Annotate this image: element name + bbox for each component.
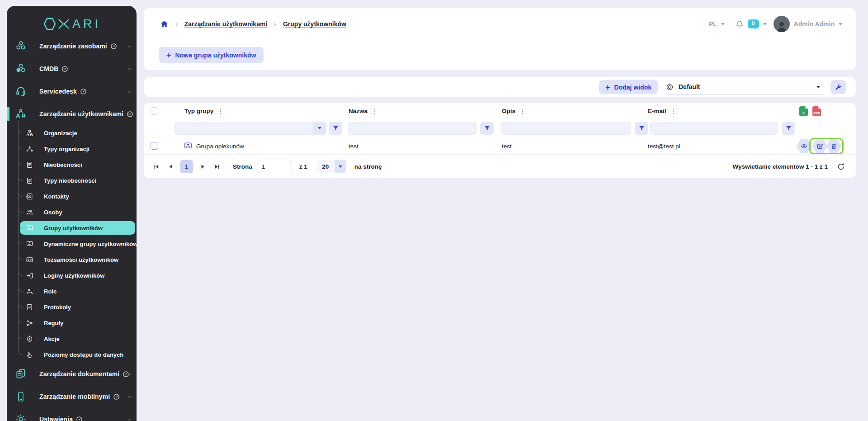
- table-header-row: Typ grupy ⋮ Nazwa ⋮ Opis ⋮ E-mail ⋮ X PD…: [144, 103, 856, 119]
- sidebar-item-label: Zarządzanie zasobami: [39, 43, 107, 50]
- brand-logo[interactable]: ARI: [7, 6, 137, 35]
- last-page-icon[interactable]: [212, 161, 222, 171]
- column-menu-icon[interactable]: ⋮: [217, 108, 224, 115]
- breadcrumb-link-user-groups[interactable]: Grupy użytkowników: [283, 20, 346, 28]
- column-header-typ-grupy[interactable]: Typ grupy ⋮: [184, 103, 224, 119]
- chevron-down-icon[interactable]: [127, 43, 132, 49]
- sidebar: ARI Zarządzanie zasobamiCMDBServicedeskZ…: [7, 6, 137, 421]
- protocol-icon: [25, 303, 34, 312]
- sidebar-item-assets[interactable]: Zarządzanie zasobami: [7, 35, 137, 57]
- column-menu-icon[interactable]: ⋮: [372, 108, 378, 115]
- screen-users-icon: [184, 142, 193, 151]
- new-user-group-button[interactable]: + Nowa grupa użytkowników: [159, 47, 264, 63]
- book-icon: [25, 176, 34, 185]
- screen-users-icon: [25, 224, 34, 232]
- chevron-down-icon[interactable]: [127, 89, 132, 95]
- user-menu[interactable]: Admin Admin: [794, 20, 835, 28]
- tree-connector: [18, 238, 23, 244]
- column-menu-icon[interactable]: ⋮: [519, 108, 526, 115]
- sidebar-item-data-access-levels[interactable]: Poziomy dostępu do danych: [7, 347, 137, 363]
- tree-connector: [18, 159, 23, 165]
- sidebar-item-user-logins[interactable]: Loginy użytkowników: [7, 268, 137, 284]
- edit-row-button[interactable]: [812, 139, 827, 153]
- sidebar-item-organizations[interactable]: Organizacje: [7, 125, 137, 141]
- funnel-icon[interactable]: [329, 122, 342, 135]
- table-row[interactable]: Grupa opiekunów test test test@test.pl: [144, 137, 856, 154]
- funnel-icon[interactable]: [782, 122, 795, 135]
- column-menu-icon[interactable]: ⋮: [670, 108, 677, 115]
- sidebar-item-cmdb[interactable]: CMDB: [7, 57, 137, 80]
- bezier-nodes-icon: [25, 145, 34, 153]
- wrench-icon[interactable]: [830, 80, 846, 94]
- chevron-down-icon[interactable]: [127, 66, 132, 72]
- sidebar-item-absence-types[interactable]: Typy nieobecności: [7, 173, 137, 189]
- sidebar-item-persons[interactable]: Osoby: [7, 204, 137, 220]
- sidebar-item-label: Organizacje: [44, 130, 77, 137]
- sidebar-item-protocols[interactable]: Protokoły: [7, 299, 137, 315]
- first-page-icon[interactable]: [151, 161, 161, 171]
- avatar[interactable]: [774, 16, 790, 32]
- sidebar-item-absences[interactable]: Nieobecności: [7, 157, 137, 173]
- sidebar-item-dynamic-user-groups[interactable]: Dynamiczne grupy użytkowników: [7, 236, 137, 252]
- chevron-up-icon[interactable]: [127, 111, 132, 117]
- page-number-button[interactable]: 1: [180, 160, 193, 173]
- column-header-email[interactable]: E-mail ⋮: [648, 103, 677, 119]
- language-selector[interactable]: PL: [709, 20, 717, 28]
- add-view-button[interactable]: + Dodaj widok: [599, 80, 658, 94]
- notification-badge[interactable]: 0: [748, 19, 759, 28]
- chevron-down-icon[interactable]: [721, 23, 725, 25]
- sidebar-item-organization-types[interactable]: Typy organizacji: [7, 141, 137, 157]
- tree-connector: [18, 333, 23, 339]
- sidebar-item-mobile-management[interactable]: Zarządzanie mobilnymi: [7, 385, 137, 408]
- chevron-down-icon: [335, 160, 346, 173]
- chevron-down-icon[interactable]: [127, 394, 132, 400]
- column-header-nazwa[interactable]: Nazwa ⋮: [349, 103, 378, 119]
- sidebar-item-label: Tożsamości użytkowników: [44, 256, 118, 263]
- sidebar-item-document-management[interactable]: Zarządzanie dokumentami: [7, 363, 137, 385]
- previous-page-icon[interactable]: [165, 161, 175, 171]
- sidebar-item-user-groups[interactable]: Grupy użytkowników: [7, 220, 137, 236]
- chevron-down-icon[interactable]: [839, 23, 842, 25]
- sidebar-item-label: Grupy użytkowników: [44, 225, 103, 232]
- filter-dropdown-toggle[interactable]: [313, 122, 326, 134]
- bell-icon[interactable]: [736, 20, 744, 28]
- sidebar-item-contacts[interactable]: Kontakty: [7, 189, 137, 204]
- column-header-opis[interactable]: Opis ⋮: [502, 103, 526, 119]
- sidebar-item-user-management[interactable]: Zarządzanie użytkownikami: [7, 103, 137, 125]
- view-selector[interactable]: Default: [665, 80, 824, 95]
- export-excel-icon[interactable]: X: [799, 106, 808, 116]
- row-checkbox[interactable]: [151, 142, 158, 150]
- chevron-down-icon[interactable]: [127, 416, 132, 421]
- headset-icon: [14, 85, 28, 98]
- breadcrumb-link-user-management[interactable]: Zarządzanie użytkownikami: [184, 20, 268, 28]
- sidebar-item-rules[interactable]: Reguły: [7, 315, 137, 331]
- filter-input-email[interactable]: [651, 122, 778, 134]
- header-row: › Zarządzanie użytkownikami › Grupy użyt…: [144, 8, 856, 40]
- next-page-icon[interactable]: [198, 161, 208, 171]
- page-total-label: z 1: [299, 163, 307, 170]
- sidebar-item-actions[interactable]: Akcje: [7, 331, 137, 347]
- funnel-icon[interactable]: [635, 122, 648, 135]
- sidebar-item-label: Reguły: [44, 320, 63, 326]
- refresh-icon[interactable]: [836, 161, 846, 171]
- sidebar-item-user-identities[interactable]: Tożsamości użytkowników: [7, 252, 137, 268]
- export-pdf-icon[interactable]: PDF: [812, 106, 821, 116]
- funnel-icon[interactable]: [480, 122, 494, 135]
- filter-input-nazwa[interactable]: [348, 122, 476, 134]
- page-number-input[interactable]: [257, 160, 292, 173]
- chevron-down-icon[interactable]: [127, 371, 132, 377]
- page-size-value: 20: [316, 163, 335, 170]
- rules-icon: [25, 319, 34, 327]
- sidebar-item-settings[interactable]: Ustawienia: [7, 408, 137, 421]
- chevron-down-icon[interactable]: [763, 23, 767, 25]
- page-size-select[interactable]: 20: [316, 160, 346, 173]
- view-row-button[interactable]: [797, 139, 811, 153]
- sidebar-item-label: Ustawienia: [39, 416, 73, 421]
- delete-row-button[interactable]: [826, 139, 841, 153]
- filter-input-opis[interactable]: [501, 122, 631, 134]
- filter-input-typ-grupy[interactable]: [175, 122, 313, 134]
- select-all-checkbox[interactable]: [151, 107, 158, 115]
- sidebar-item-roles[interactable]: Role: [7, 284, 137, 299]
- sidebar-item-servicedesk[interactable]: Servicedesk: [7, 80, 137, 103]
- home-icon[interactable]: [160, 20, 169, 28]
